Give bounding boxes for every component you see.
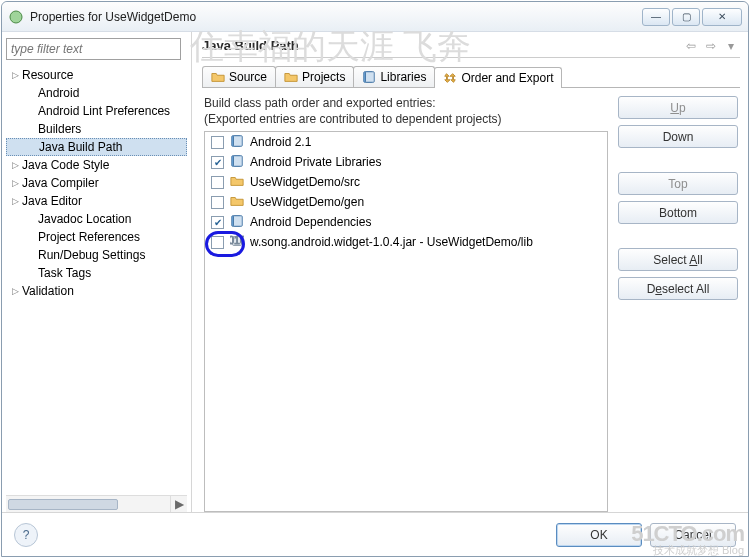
page-nav: ⇦ ⇨ ▾	[682, 39, 740, 53]
book-icon	[362, 70, 376, 84]
entry-label: Android Private Libraries	[250, 155, 381, 169]
bottom-button[interactable]: Bottom	[618, 201, 738, 224]
folder-icon	[230, 194, 244, 211]
book-icon	[230, 214, 244, 231]
tree-item-java-code-style[interactable]: ▷Java Code Style	[6, 156, 187, 174]
folder-icon	[284, 70, 298, 84]
checkbox[interactable]	[211, 176, 224, 189]
entry-label: UseWidgetDemo/gen	[250, 195, 364, 209]
tree-item-builders[interactable]: Builders	[6, 120, 187, 138]
tab-label: Order and Export	[461, 71, 553, 85]
scrollbar-thumb[interactable]	[8, 499, 118, 510]
left-tree-pane: ▷ResourceAndroidAndroid Lint Preferences…	[2, 32, 192, 512]
back-icon[interactable]: ⇦	[682, 39, 700, 53]
jar-icon: 010	[230, 234, 244, 251]
order-icon	[443, 71, 457, 85]
tree-item-label: Android	[38, 86, 79, 100]
titlebar: Properties for UseWidgetDemo — ▢ ✕	[2, 2, 748, 32]
tree-item-validation[interactable]: ▷Validation	[6, 282, 187, 300]
tree-item-java-build-path[interactable]: Java Build Path	[6, 138, 187, 156]
checkbox[interactable]: ✔	[211, 156, 224, 169]
tab-label: Projects	[302, 70, 345, 84]
filter-input[interactable]	[6, 38, 181, 60]
window-title: Properties for UseWidgetDemo	[30, 10, 642, 24]
entry-row[interactable]: UseWidgetDemo/gen	[205, 192, 607, 212]
tree-item-label: Java Code Style	[22, 158, 109, 172]
tree-item-javadoc-location[interactable]: Javadoc Location	[6, 210, 187, 228]
expand-icon: ▷	[12, 70, 22, 80]
tree-item-label: Java Editor	[22, 194, 82, 208]
entry-row[interactable]: ✔Android Dependencies	[205, 212, 607, 232]
tree-item-android-lint-preferences[interactable]: Android Lint Preferences	[6, 102, 187, 120]
down-button[interactable]: Down	[618, 125, 738, 148]
description-line-1: Build class path order and exported entr…	[204, 96, 608, 112]
svg-rect-2	[366, 72, 375, 83]
expand-icon: ▷	[12, 178, 22, 188]
tree-item-label: Task Tags	[38, 266, 91, 280]
page-title: Java Build Path	[202, 38, 682, 53]
tree-item-label: Java Compiler	[22, 176, 99, 190]
checkbox[interactable]: ✔	[211, 216, 224, 229]
cancel-button[interactable]: Cancel	[650, 523, 736, 547]
checkbox[interactable]	[211, 196, 224, 209]
tab-label: Source	[229, 70, 267, 84]
ok-button[interactable]: OK	[556, 523, 642, 547]
scrollbar-right-arrow-icon[interactable]: ▶	[170, 496, 187, 513]
checkbox[interactable]	[211, 136, 224, 149]
book-icon	[230, 134, 244, 151]
tab-libraries[interactable]: Libraries	[353, 66, 435, 87]
up-button[interactable]: Up	[618, 96, 738, 119]
top-button[interactable]: Top	[618, 172, 738, 195]
close-button[interactable]: ✕	[702, 8, 742, 26]
tab-label: Libraries	[380, 70, 426, 84]
tree-item-run-debug-settings[interactable]: Run/Debug Settings	[6, 246, 187, 264]
entry-row[interactable]: ✔Android Private Libraries	[205, 152, 607, 172]
tab-order-and-export[interactable]: Order and Export	[434, 67, 562, 88]
svg-rect-4	[234, 135, 243, 146]
entry-label: w.song.android.widget-1.0.4.jar - UseWid…	[250, 235, 533, 249]
tree-item-label: Android Lint Preferences	[38, 104, 170, 118]
minimize-button[interactable]: —	[642, 8, 670, 26]
tree-item-android[interactable]: Android	[6, 84, 187, 102]
tab-source[interactable]: Source	[202, 66, 276, 87]
folder-icon	[230, 174, 244, 191]
help-icon[interactable]: ?	[14, 523, 38, 547]
bottom-bar: ? OK Cancel	[2, 512, 748, 556]
svg-rect-8	[234, 215, 243, 226]
tree-item-resource[interactable]: ▷Resource	[6, 66, 187, 84]
entry-row[interactable]: Android 2.1	[205, 132, 607, 152]
dialog-window: Properties for UseWidgetDemo — ▢ ✕ ▷Reso…	[1, 1, 749, 557]
entries-list[interactable]: Android 2.1✔Android Private LibrariesUse…	[204, 131, 608, 512]
entry-row[interactable]: UseWidgetDemo/src	[205, 172, 607, 192]
forward-icon[interactable]: ⇨	[702, 39, 720, 53]
right-content-pane: Java Build Path ⇦ ⇨ ▾ SourceProjectsLibr…	[192, 32, 748, 512]
tree-item-project-references[interactable]: Project References	[6, 228, 187, 246]
entry-label: Android Dependencies	[250, 215, 371, 229]
description-line-2: (Exported entries are contributed to dep…	[204, 112, 608, 128]
tree-item-java-editor[interactable]: ▷Java Editor	[6, 192, 187, 210]
tree-item-label: Project References	[38, 230, 140, 244]
tree-item-task-tags[interactable]: Task Tags	[6, 264, 187, 282]
svg-point-0	[10, 11, 22, 23]
menu-dropdown-icon[interactable]: ▾	[722, 39, 740, 53]
deselect-all-button[interactable]: Deselect All	[618, 277, 738, 300]
tree-item-label: Builders	[38, 122, 81, 136]
category-tree[interactable]: ▷ResourceAndroidAndroid Lint Preferences…	[6, 66, 187, 495]
checkbox[interactable]	[211, 236, 224, 249]
tree-item-label: Run/Debug Settings	[38, 248, 145, 262]
tab-projects[interactable]: Projects	[275, 66, 354, 87]
tree-item-label: Resource	[22, 68, 73, 82]
select-all-button[interactable]: Select All	[618, 248, 738, 271]
expand-icon: ▷	[12, 196, 22, 206]
horizontal-scrollbar[interactable]: ▶	[6, 495, 187, 512]
svg-rect-6	[234, 155, 243, 166]
maximize-button[interactable]: ▢	[672, 8, 700, 26]
tabs: SourceProjectsLibrariesOrder and Export	[202, 66, 740, 88]
svg-text:010: 010	[230, 234, 244, 246]
tree-item-label: Java Build Path	[39, 140, 122, 154]
entry-row[interactable]: 010w.song.android.widget-1.0.4.jar - Use…	[205, 232, 607, 252]
tree-item-java-compiler[interactable]: ▷Java Compiler	[6, 174, 187, 192]
book-icon	[230, 154, 244, 171]
tree-item-label: Validation	[22, 284, 74, 298]
expand-icon: ▷	[12, 160, 22, 170]
